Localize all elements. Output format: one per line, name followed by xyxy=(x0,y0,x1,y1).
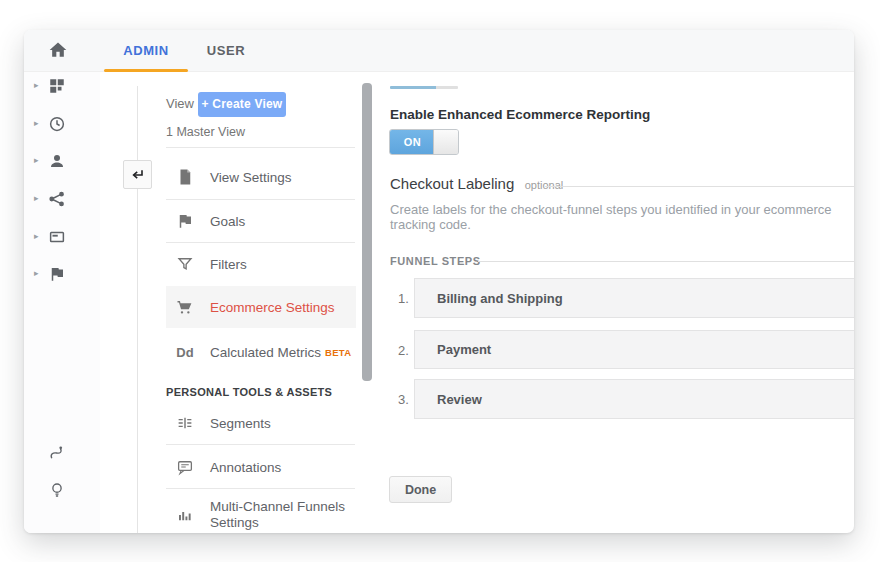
expand-arrow[interactable]: ▸ xyxy=(34,119,39,128)
checkout-labeling-header: Checkout Labeling optional xyxy=(390,175,563,193)
clock-icon[interactable] xyxy=(48,115,66,133)
expand-arrow[interactable]: ▸ xyxy=(34,81,39,90)
expand-arrow[interactable]: ▸ xyxy=(34,232,39,241)
expand-arrow[interactable]: ▸ xyxy=(34,194,39,203)
top-tab-bar: ADMIN USER xyxy=(24,30,854,72)
section-header: PERSONAL TOOLS & ASSETS xyxy=(166,386,332,398)
menu-item-multichannel-funnels[interactable]: Multi-Channel Funnels Settings xyxy=(166,493,356,533)
menu-item-annotations[interactable]: Annotations xyxy=(166,448,356,486)
cart-icon xyxy=(176,298,194,316)
divider xyxy=(545,186,854,187)
funnel-step-input-2[interactable]: Payment xyxy=(414,330,854,369)
cutoff-toggle-edge xyxy=(390,86,458,89)
divider xyxy=(166,242,355,243)
grid-icon[interactable] xyxy=(48,77,66,95)
funnel-step-input-3[interactable]: Review xyxy=(414,379,854,419)
annotation-icon xyxy=(176,458,194,476)
enable-ecommerce-heading: Enable Enhanced Ecommerce Reporting xyxy=(390,107,650,122)
divider xyxy=(166,488,355,489)
funnel-icon xyxy=(176,255,194,273)
expand-arrow[interactable]: ▸ xyxy=(34,156,39,165)
toggle-knob xyxy=(433,130,458,154)
view-count-label: 1 Master View xyxy=(166,125,245,139)
funnel-steps-label: FUNNEL STEPS xyxy=(390,255,481,267)
menu-item-view-settings[interactable]: View Settings xyxy=(166,158,356,196)
scrollbar-thumb[interactable] xyxy=(362,83,372,381)
checkout-description: Create labels for the checkout-funnel st… xyxy=(390,202,854,232)
document-icon xyxy=(176,168,194,186)
view-label: View xyxy=(166,96,194,111)
panel-divider xyxy=(137,86,138,533)
tab-user[interactable]: USER xyxy=(188,30,264,72)
dd-icon: Dd xyxy=(176,345,194,360)
home-icon[interactable] xyxy=(48,40,68,60)
toggle-on-label: ON xyxy=(390,130,435,154)
funnel-step-input-1[interactable]: Billing and Shipping xyxy=(414,278,854,318)
menu-item-filters[interactable]: Filters xyxy=(166,245,356,283)
app-window: ADMIN USER ▸ ▸ ▸ ▸ xyxy=(24,30,854,533)
divider xyxy=(166,444,355,445)
nav-rail: ▸ ▸ ▸ ▸ ▸ xyxy=(24,72,100,533)
menu-item-ecommerce-settings[interactable]: Ecommerce Settings xyxy=(166,286,356,328)
checkout-title: Checkout Labeling xyxy=(390,175,514,192)
collapse-panel-button[interactable] xyxy=(123,160,152,189)
menu-item-goals[interactable]: Goals xyxy=(166,202,356,240)
done-button[interactable]: Done xyxy=(389,476,452,503)
menu-item-segments[interactable]: Segments xyxy=(166,404,356,442)
share-icon[interactable] xyxy=(48,190,66,208)
ecommerce-toggle[interactable]: ON xyxy=(389,129,459,155)
panel-icon[interactable] xyxy=(48,228,66,246)
flag-icon xyxy=(176,212,194,230)
segments-icon xyxy=(176,414,194,432)
beta-badge: BETA xyxy=(325,347,351,358)
create-view-button[interactable]: + Create View xyxy=(198,92,286,117)
divider xyxy=(478,261,854,262)
optional-label: optional xyxy=(525,179,564,191)
flag-icon[interactable] xyxy=(48,265,66,283)
bar-chart-icon xyxy=(176,506,194,524)
attribution-icon[interactable] xyxy=(48,444,66,462)
person-icon[interactable] xyxy=(48,152,66,170)
active-tab-underline xyxy=(104,69,188,72)
lightbulb-icon[interactable] xyxy=(48,481,66,499)
expand-arrow[interactable]: ▸ xyxy=(34,269,39,278)
tab-admin[interactable]: ADMIN xyxy=(104,30,188,72)
menu-item-calculated-metrics[interactable]: Dd Calculated Metrics BETA xyxy=(166,333,356,371)
divider xyxy=(166,199,355,200)
divider xyxy=(166,147,355,148)
